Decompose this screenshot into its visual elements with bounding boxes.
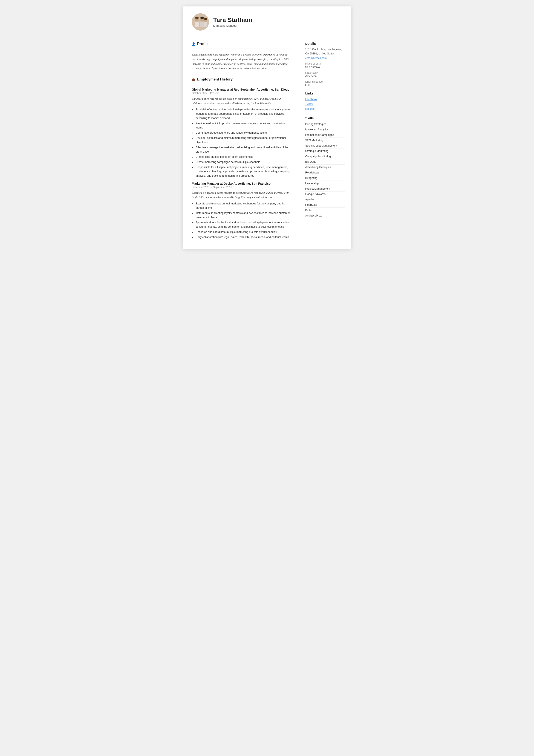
detail-email[interactable]: email@email.com [305, 57, 345, 60]
job-entry-1: Global Marketing Manager at Red Septembe… [192, 88, 291, 178]
skill-item: Pricing Strategies [305, 122, 345, 127]
svg-point-11 [204, 18, 207, 20]
svg-point-8 [200, 16, 204, 19]
svg-point-4 [195, 16, 199, 19]
links-section-title: Links [305, 92, 345, 95]
right-column: Details 1515 Pacific Ave, Los Angeles, C… [299, 36, 351, 249]
details-section-title: Details [305, 42, 345, 45]
left-column: 👤 Profile Experienced Marketing Manager … [183, 36, 299, 249]
svg-rect-5 [195, 22, 199, 27]
skill-item: Big Data [305, 159, 345, 165]
candidate-title: Marketing Manager [213, 24, 342, 27]
skill-item: Google AdWords [305, 192, 345, 197]
header-text: Tara Statham Marketing Manager [213, 16, 342, 27]
place-of-birth-label: Place of birth [305, 62, 345, 65]
list-item: Create case studies based on client test… [195, 155, 291, 159]
job-bullets-2: Execute and manage annual marketing exch… [192, 202, 291, 239]
link-twitter[interactable]: Twitter [305, 102, 345, 107]
skill-item: Campaign Monitoring [305, 154, 345, 159]
skill-item: Budgeting [305, 176, 345, 181]
job-dates-2: December 2013 – September 2017 [192, 186, 291, 189]
skill-item: HootSuite [305, 202, 345, 208]
header-section: Tara Statham Marketing Manager [183, 7, 351, 36]
profile-section-title: 👤 Profile [192, 42, 291, 46]
employment-section-title: 💼 Employment History [192, 77, 291, 82]
skill-item: Apache [305, 197, 345, 202]
driving-license-value: Full [305, 84, 345, 87]
job-entry-2: Marketing Manager at Gecko Advertising, … [192, 182, 291, 239]
skill-item: Marketing Analytics [305, 127, 345, 132]
list-item: Approve budgets for the local and region… [195, 220, 291, 229]
list-item: Daily collaboration with legal, sales, t… [195, 235, 291, 239]
list-item: Develop, establish and maintain marketin… [195, 136, 291, 145]
employment-divider [192, 84, 291, 84]
svg-rect-1 [192, 14, 209, 31]
list-item: Instrumental in creating loyalty contest… [195, 211, 291, 220]
job-bullets-1: Establish effective working relationship… [192, 107, 291, 178]
candidate-name: Tara Statham [213, 16, 342, 23]
skill-item: Project Management [305, 186, 345, 192]
skill-item: Leadership [305, 181, 345, 186]
job-title-2: Marketing Manager at Gecko Advertising, … [192, 182, 291, 185]
list-item: Create marketing campaigns across multip… [195, 160, 291, 164]
svg-rect-12 [204, 22, 207, 27]
resume-container: Tara Statham Marketing Manager 👤 Profile… [183, 7, 351, 249]
nationality-label: Nationality [305, 71, 345, 74]
profile-divider [192, 48, 291, 48]
avatar [192, 14, 209, 31]
job-summary-1: Enhanced open rate for online customer c… [192, 96, 291, 106]
job-dates-1: October 2017 – Present [192, 92, 291, 95]
profile-icon: 👤 [192, 42, 195, 46]
list-item: Effectively manage the marketing, advert… [195, 145, 291, 154]
nationality-value: American [305, 75, 345, 78]
skill-item: Buffer [305, 208, 345, 213]
place-of-birth-value: San Antonio [305, 66, 345, 68]
link-facebook[interactable]: Facebook [305, 97, 345, 102]
skill-item: Promotional Campaigns [305, 132, 345, 138]
list-item: Coordinate product launches and roadshow… [195, 131, 291, 135]
employment-icon: 💼 [192, 78, 195, 81]
job-summary-2: Executed a Facebook-based marketing prog… [192, 190, 291, 200]
skill-item: Strategic Marketing [305, 148, 345, 154]
skill-item: SEO Marketing [305, 138, 345, 143]
profile-text: Experienced Marketing Manager with over … [192, 52, 291, 71]
driving-license-label: Driving license [305, 80, 345, 83]
svg-rect-9 [200, 22, 204, 27]
main-content: 👤 Profile Experienced Marketing Manager … [183, 36, 351, 249]
list-item: Execute and manage annual marketing exch… [195, 202, 291, 210]
skill-item: Social Media Management [305, 143, 345, 148]
skill-item: Advertising Principles [305, 165, 345, 170]
job-title-1: Global Marketing Manager at Red Septembe… [192, 88, 291, 91]
detail-address: 1515 Pacific Ave, Los Angeles, CA 90291,… [305, 47, 345, 56]
skill-item: AnalyticsPro2 [305, 213, 345, 218]
list-item: Provide feedback into product developmen… [195, 121, 291, 130]
list-item: Responsible for all aspects of projects,… [195, 165, 291, 178]
list-item: Research and coordinate multiple marketi… [195, 230, 291, 234]
skills-section-title: Skills [305, 116, 345, 120]
skill-item: Roadshows [305, 170, 345, 176]
list-item: Establish effective working relationship… [195, 107, 291, 120]
link-linkedin[interactable]: Linkedin [305, 107, 345, 112]
